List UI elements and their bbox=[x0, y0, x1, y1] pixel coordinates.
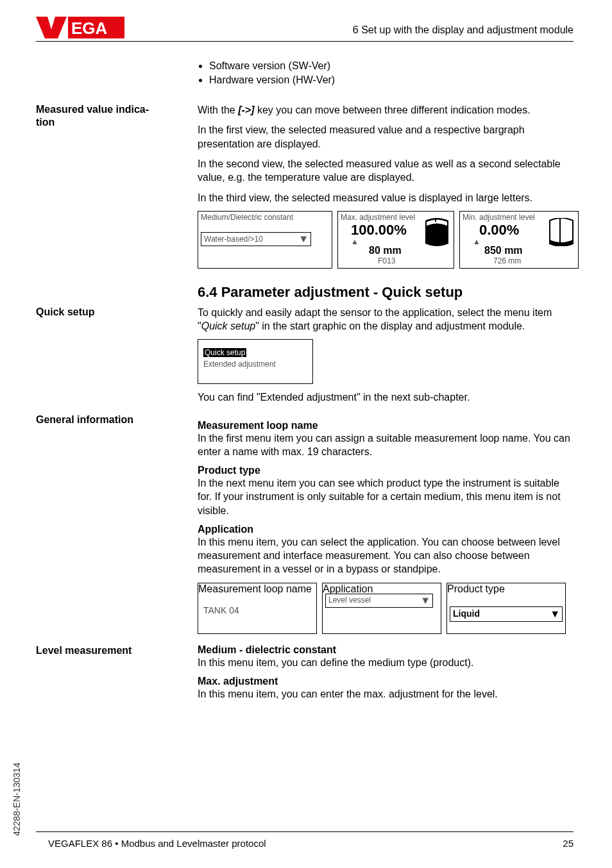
subheading: Measurement loop name bbox=[198, 420, 574, 431]
footer-divider bbox=[36, 831, 574, 832]
top-divider bbox=[36, 41, 574, 42]
lcd-panel-application: Application Level vessel ▼ bbox=[322, 583, 441, 634]
lcd-panel-loopname: Measurement loop name TANK 04 bbox=[198, 583, 317, 634]
lcd-panel-min: Min. adjustment level 0.00% ▲ 850 mm 726… bbox=[459, 211, 579, 269]
lcd-row: Medium/Dielectric constant Water-based/>… bbox=[198, 211, 579, 269]
dropdown-value: Water-based/>10 bbox=[204, 235, 263, 244]
lcd-code: F013 bbox=[378, 256, 395, 265]
chevron-down-icon: ▼ bbox=[420, 595, 430, 606]
footer-text: VEGAFLEX 86 • Modbus and Levelmaster pro… bbox=[48, 838, 266, 849]
chevron-down-icon: ▼ bbox=[298, 234, 309, 244]
bullet-item: Hardware version (HW-Ver) bbox=[209, 73, 574, 87]
paragraph: You can find "Extended adjustment" in th… bbox=[198, 390, 574, 404]
lcd-title: Product type bbox=[447, 583, 565, 595]
sidebar-label: Quick setup bbox=[36, 306, 192, 319]
dropdown[interactable]: Level vessel ▼ bbox=[325, 594, 433, 608]
chevron-down-icon: ▼ bbox=[550, 608, 560, 620]
paragraph: To quickly and easily adapt the sensor t… bbox=[198, 306, 574, 333]
document-id: 42288-EN-130314 bbox=[12, 763, 22, 836]
lcd-panel-producttype: Product type Liquid ▼ bbox=[446, 583, 566, 634]
sidebar-label: General information bbox=[36, 413, 192, 426]
lcd-panel-max: Max. adjustment level 100.00% ▲ 80 mm F0… bbox=[337, 211, 454, 269]
paragraph: In the third view, the selected measured… bbox=[198, 191, 579, 204]
subheading: Medium - dielectric constant bbox=[198, 644, 574, 656]
tank-icon bbox=[424, 218, 450, 246]
lcd-title: Medium/Dielectric constant bbox=[201, 213, 293, 222]
bullet-item: Software version (SW-Ver) bbox=[209, 59, 574, 73]
page-number: 25 bbox=[563, 838, 574, 849]
text: With the bbox=[198, 104, 238, 115]
paragraph: In the first menu item you can assign a … bbox=[198, 431, 574, 459]
paragraph: In this menu item, you can select the ap… bbox=[198, 535, 574, 576]
paragraph: With the [->] key you can move between t… bbox=[198, 103, 579, 117]
dropdown-value: Level vessel bbox=[328, 596, 371, 605]
lcd-row: Measurement loop name TANK 04 Applicatio… bbox=[198, 583, 574, 634]
subheading: Max. adjustment bbox=[198, 676, 574, 687]
section-heading: 6.4 Parameter adjustment - Quick setup bbox=[198, 284, 579, 301]
paragraph: In the first view, the selected measured… bbox=[198, 123, 579, 151]
subheading: Application bbox=[198, 524, 574, 535]
lcd-panel-medium: Medium/Dielectric constant Water-based/>… bbox=[198, 211, 332, 269]
paragraph: In this menu item, you can define the me… bbox=[198, 656, 574, 669]
lcd-title: Measurement loop name bbox=[198, 583, 316, 595]
lcd-code: 726 mm bbox=[493, 256, 521, 265]
paragraph: In the next menu item you can see which … bbox=[198, 476, 574, 517]
lcd-value: TANK 04 bbox=[203, 605, 239, 615]
triangle-icon: ▲ bbox=[351, 237, 359, 246]
lcd-mm: 850 mm bbox=[484, 245, 523, 256]
bullet-list: Software version (SW-Ver) Hardware versi… bbox=[198, 59, 574, 87]
sidebar-label: Level measurement bbox=[36, 644, 192, 657]
section-header: 6 Set up with the display and adjustment… bbox=[353, 24, 574, 36]
menu-item-ref: Quick setup bbox=[201, 321, 255, 331]
paragraph: In this menu item, you can enter the max… bbox=[198, 687, 574, 701]
menu-item-selected[interactable]: Quick setup bbox=[203, 348, 246, 357]
triangle-icon: ▲ bbox=[473, 237, 480, 246]
menu-item[interactable]: Extended adjustment bbox=[203, 360, 276, 369]
dropdown[interactable]: Liquid ▼ bbox=[450, 606, 563, 622]
lcd-menu-panel: Quick setup Extended adjustment bbox=[198, 339, 313, 384]
dropdown-value: Liquid bbox=[453, 608, 480, 619]
vega-logo: EGA bbox=[36, 17, 126, 38]
svg-marker-0 bbox=[36, 17, 67, 38]
sidebar-label: Measured value indica- bbox=[36, 103, 192, 116]
text: key you can move between three different… bbox=[254, 104, 530, 115]
sidebar-label: tion bbox=[36, 116, 192, 129]
lcd-big-value: 100.00% bbox=[351, 222, 407, 238]
lcd-title: Min. adjustment level bbox=[463, 213, 535, 222]
lcd-mm: 80 mm bbox=[369, 245, 402, 256]
key-label: [->] bbox=[238, 104, 254, 115]
tank-icon bbox=[548, 218, 574, 246]
paragraph: In the second view, the selected measure… bbox=[198, 157, 579, 185]
text: " in the start graphic on the display an… bbox=[255, 321, 525, 331]
dropdown[interactable]: Water-based/>10 ▼ bbox=[201, 232, 311, 246]
subheading: Product type bbox=[198, 465, 574, 476]
svg-text:EGA: EGA bbox=[71, 19, 108, 38]
lcd-big-value: 0.00% bbox=[479, 222, 519, 238]
lcd-title: Max. adjustment level bbox=[341, 213, 415, 222]
